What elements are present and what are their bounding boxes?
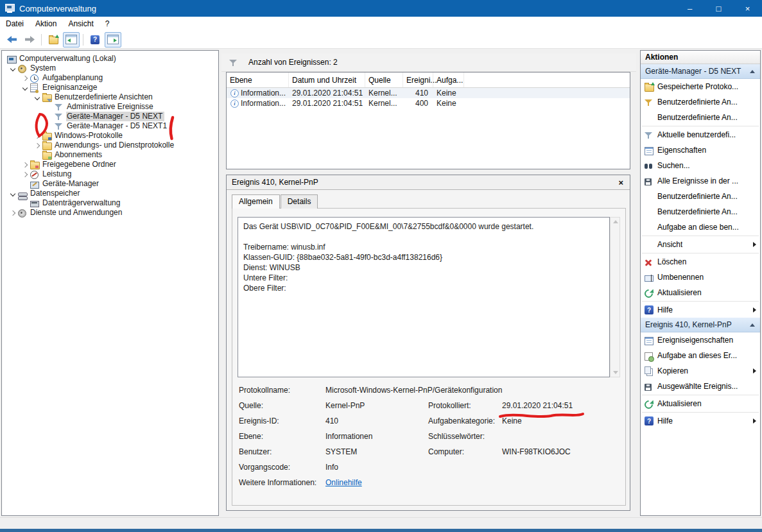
forward-arrow-icon bbox=[24, 35, 35, 44]
tree-item-system[interactable]: System bbox=[2, 64, 218, 73]
event-fields: Protokollname: Microsoft-Windows-Kernel-… bbox=[232, 386, 625, 493]
collapse-icon[interactable] bbox=[750, 323, 755, 327]
tree-item-dienste-anwendungen[interactable]: Dienste und Anwendungen bbox=[2, 208, 218, 218]
chevron-right-icon[interactable] bbox=[19, 73, 30, 83]
show-action-pane-button[interactable] bbox=[105, 32, 121, 47]
column-header-ereignis-id[interactable]: Ereigni... bbox=[403, 73, 433, 87]
maximize-button[interactable]: □ bbox=[704, 0, 733, 17]
tree-item-anwendungs-dienstprotokolle[interactable]: Anwendungs- und Dienstprotokolle bbox=[2, 141, 218, 150]
action-umbenennen[interactable]: Umbenennen bbox=[641, 270, 760, 285]
action-ereigniseigenschaften[interactable]: Ereigniseigenschaften bbox=[641, 332, 760, 348]
chevron-down-icon[interactable] bbox=[7, 189, 18, 198]
action-benutzerdefinierte-ansicht-importieren[interactable]: Benutzerdefinierte An... bbox=[641, 110, 760, 125]
online-help-link[interactable]: Onlinehilfe bbox=[325, 478, 362, 487]
tree-item-leistung[interactable]: Leistung bbox=[2, 169, 218, 179]
tree-item-abonnements[interactable]: Abonnements bbox=[2, 150, 218, 160]
tree-item-geraete-manager-d5-next1[interactable]: Geräte-Manager - D5 NEXT1 bbox=[2, 121, 218, 131]
column-header-quelle[interactable]: Quelle bbox=[365, 73, 403, 87]
tree-item-computerverwaltung[interactable]: Computerverwaltung (Lokal) bbox=[2, 54, 218, 64]
chevron-right-icon[interactable] bbox=[7, 208, 18, 218]
show-console-tree-button[interactable] bbox=[63, 32, 80, 47]
actions-section-geraete-manager[interactable]: Geräte-Manager - D5 NEXT bbox=[641, 64, 760, 79]
event-row-410[interactable]: Information... 29.01.2020 21:04:51 Kerne… bbox=[227, 88, 630, 98]
action-hilfe-ereignis[interactable]: Hilfe bbox=[641, 413, 760, 429]
menu-ansicht[interactable]: Ansicht bbox=[62, 17, 99, 30]
menu-help[interactable]: ? bbox=[100, 17, 116, 30]
toolbar-separator bbox=[83, 34, 83, 46]
chevron-right-icon[interactable] bbox=[19, 169, 30, 179]
column-header-aufgabe[interactable]: Aufga... bbox=[433, 73, 464, 87]
action-loeschen[interactable]: Löschen bbox=[641, 254, 760, 270]
action-aktuelle-ansicht-filtern[interactable]: Aktuelle benutzerdefi... bbox=[641, 127, 760, 142]
column-header-datum[interactable]: Datum und Uhrzeit bbox=[289, 73, 365, 87]
events-table: Ebene Datum und Uhrzeit Quelle Ereigni..… bbox=[226, 72, 630, 169]
export-list-button[interactable] bbox=[45, 32, 62, 47]
actions-title: Aktionen bbox=[641, 51, 760, 64]
tab-allgemein[interactable]: Allgemein bbox=[232, 194, 280, 209]
event-row-400[interactable]: Information... 29.01.2020 21:04:51 Kerne… bbox=[227, 98, 630, 108]
tree-item-datenspeicher[interactable]: Datenspeicher bbox=[2, 189, 218, 198]
tree-item-aufgabenplanung[interactable]: Aufgabenplanung bbox=[2, 73, 218, 83]
chevron-down-icon[interactable] bbox=[7, 64, 18, 73]
event-message-line bbox=[243, 232, 604, 242]
back-button[interactable] bbox=[3, 32, 20, 47]
action-ausgewaehlte-ereignisse-speichern[interactable]: Ausgewählte Ereignis... bbox=[641, 379, 760, 394]
chevron-down-icon[interactable] bbox=[19, 83, 30, 92]
event-message-line: Untere Filter: bbox=[243, 273, 604, 283]
actions-separator bbox=[642, 412, 759, 413]
column-header-ebene[interactable]: Ebene bbox=[227, 73, 289, 87]
action-kopieren[interactable]: Kopieren bbox=[641, 363, 760, 379]
action-gespeicherte-protokolle[interactable]: Gespeicherte Protoko... bbox=[641, 79, 760, 94]
minimize-button[interactable]: – bbox=[675, 0, 704, 17]
collapse-icon[interactable] bbox=[750, 70, 755, 73]
action-benutzerdefinierte-ansicht-kopieren[interactable]: Benutzerdefinierte An... bbox=[641, 204, 760, 219]
export-folder-icon bbox=[49, 37, 58, 44]
action-aktualisieren[interactable]: Aktualisieren bbox=[641, 285, 760, 300]
tree-item-ereignisanzeige[interactable]: Ereignisanzeige bbox=[2, 83, 218, 92]
help-button[interactable] bbox=[87, 32, 103, 47]
chevron-right-icon[interactable] bbox=[31, 131, 42, 141]
submenu-arrow-icon bbox=[753, 368, 756, 373]
forward-button[interactable] bbox=[21, 32, 38, 47]
message-scrollbar[interactable] bbox=[610, 217, 620, 377]
actions-section-ereignis-410[interactable]: Ereignis 410, Kernel-PnP bbox=[641, 318, 760, 332]
field-label: Protokollname: bbox=[239, 386, 290, 395]
help-icon bbox=[645, 305, 657, 314]
tree-item-freigegebene-ordner[interactable]: Freigegebene Ordner bbox=[2, 160, 218, 169]
tree-item-administrative-ereignisse[interactable]: Administrative Ereignisse bbox=[2, 102, 218, 112]
tree-item-geraete-manager-d5-next[interactable]: Geräte-Manager - D5 NEXT bbox=[2, 112, 218, 121]
action-benutzerdefinierte-ansicht-exportieren[interactable]: Benutzerdefinierte An... bbox=[641, 189, 760, 204]
event-detail-header: Ereignis 410, Kernel-PnP × bbox=[227, 175, 630, 190]
action-hilfe[interactable]: Hilfe bbox=[641, 302, 760, 318]
event-message-line: Obere Filter: bbox=[243, 283, 604, 293]
close-detail-icon[interactable]: × bbox=[618, 178, 623, 187]
tab-details[interactable]: Details bbox=[281, 194, 318, 209]
action-ansicht[interactable]: Ansicht bbox=[641, 237, 760, 252]
tree-item-windows-protokolle[interactable]: Windows-Protokolle bbox=[2, 131, 218, 141]
menu-aktion[interactable]: Aktion bbox=[30, 17, 62, 30]
close-button[interactable]: × bbox=[733, 0, 762, 17]
field-value: Microsoft-Windows-Kernel-PnP/Gerätekonfi… bbox=[325, 386, 502, 395]
information-icon bbox=[230, 99, 239, 108]
action-suchen[interactable]: Suchen... bbox=[641, 158, 760, 173]
tree-item-benutzerdefinierte-ansichten[interactable]: Benutzerdefinierte Ansichten bbox=[2, 92, 218, 102]
action-aktualisieren-ereignis[interactable]: Aktualisieren bbox=[641, 396, 760, 411]
event-message-box[interactable]: Das Gerät USB\VID_0C70&PID_F00E&MI_00\7&… bbox=[238, 217, 610, 377]
action-eigenschaften[interactable]: Eigenschaften bbox=[641, 142, 760, 158]
chevron-right-icon[interactable] bbox=[19, 160, 30, 169]
field-label: Protokolliert: bbox=[428, 401, 471, 410]
tree-item-geraete-manager[interactable]: Geräte-Manager bbox=[2, 179, 218, 189]
system-tools-icon bbox=[18, 64, 30, 73]
tree-item-datentraegerverwaltung[interactable]: Datenträgerverwaltung bbox=[2, 198, 218, 208]
action-alle-ereignisse-speichern[interactable]: Alle Ereignisse in der ... bbox=[641, 173, 760, 189]
action-benutzerdefinierte-ansicht-erstellen[interactable]: Benutzerdefinierte An... bbox=[641, 94, 760, 110]
action-aufgabe-an-ansicht-anfuegen[interactable]: Aufgabe an diese ben... bbox=[641, 219, 760, 235]
actions-pane: Aktionen Geräte-Manager - D5 NEXT Gespei… bbox=[640, 50, 761, 516]
app-icon bbox=[5, 4, 15, 13]
window-title: Computerverwaltung bbox=[19, 4, 96, 13]
action-aufgabe-an-ereignis-anfuegen[interactable]: Aufgabe an dieses Er... bbox=[641, 348, 760, 363]
chevron-down-icon[interactable] bbox=[31, 92, 42, 102]
chevron-right-icon[interactable] bbox=[31, 141, 42, 150]
device-manager-icon bbox=[30, 180, 42, 189]
menu-datei[interactable]: Datei bbox=[0, 17, 30, 30]
